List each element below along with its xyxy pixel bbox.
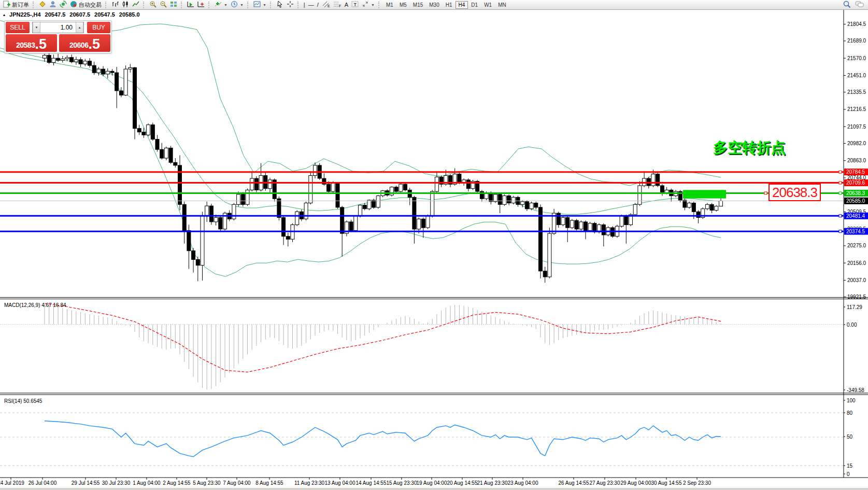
date-tick-label: 30 Jul 23:30 (102, 480, 131, 486)
macd-axis-label: -349.58 (847, 387, 864, 393)
axis-price-flag-text: 20784.5 (846, 169, 865, 175)
candle-body (47, 55, 51, 63)
date-tick-label: 26 Jul 04:00 (29, 480, 57, 486)
green-rectangle-annotation[interactable] (683, 190, 726, 198)
chart-surface[interactable]: 117.290.00-349.58100805015021804.521689.… (0, 0, 868, 490)
price-tick-label: 21335.5 (847, 89, 866, 95)
candle-body (187, 231, 191, 251)
candle-body (74, 60, 78, 62)
candle-body (327, 184, 331, 191)
ohlc-close: 20585.0 (119, 11, 140, 18)
candle-body (205, 206, 209, 216)
candle-body (52, 58, 55, 62)
price-tick-label: 21216.5 (847, 106, 866, 112)
candle-body (372, 200, 376, 207)
line-endpoint-marker[interactable] (839, 181, 842, 184)
buy-price-box[interactable]: 20606 .5 (59, 34, 110, 52)
sell-button[interactable]: SELL (6, 22, 30, 33)
candle-body (129, 67, 132, 69)
candle-body (421, 219, 425, 228)
line-endpoint-marker[interactable] (839, 171, 842, 173)
price-callout-box[interactable]: 20638.3 (769, 184, 821, 201)
candle-body (489, 193, 493, 202)
date-tick-label: 7 Aug 04:00 (223, 480, 251, 486)
candle-body (331, 183, 335, 191)
callout-anchor[interactable] (764, 192, 767, 194)
candle-body (336, 183, 339, 207)
candle-body (417, 219, 421, 229)
candle-body (624, 216, 628, 225)
candle-body (367, 200, 371, 209)
rsi-axis-label: 15 (847, 463, 853, 469)
line-endpoint-marker[interactable] (839, 215, 842, 217)
candle-body (160, 149, 164, 158)
volume-stepper: ▼ ▲ (32, 22, 84, 33)
price-tick-label: 21097.5 (847, 124, 866, 130)
candle-body (521, 202, 524, 205)
chart-text-annotation[interactable]: 多空转折点 (713, 138, 786, 158)
candle-body (147, 125, 150, 135)
candle-body (359, 205, 362, 216)
candle-body (534, 203, 538, 207)
candle-body (404, 184, 407, 190)
line-endpoint-marker[interactable] (839, 192, 842, 194)
price-tick-label: 21570.0 (847, 55, 866, 61)
candle-body (412, 197, 416, 229)
macd-axis-label: 0.00 (847, 322, 857, 328)
candle-body (115, 73, 119, 91)
price-tick-label: 20275.0 (847, 243, 866, 248)
price-tick-label: 20037.0 (847, 277, 866, 283)
candle-body (65, 58, 69, 59)
candle-body (349, 222, 353, 231)
candle-body (570, 220, 574, 228)
date-tick-label: 8 Aug 14:55 (255, 480, 283, 486)
price-tick-label: 20982.0 (847, 141, 866, 146)
candle-body (314, 165, 317, 176)
candle-body (192, 251, 195, 260)
rsi-axis-label: 100 (847, 398, 856, 403)
date-tick-label: 20 Aug 14:55 (447, 480, 478, 486)
candle-body (246, 190, 249, 204)
candle-body (458, 174, 461, 183)
line-endpoint-marker[interactable] (839, 230, 842, 233)
candle-body (142, 132, 146, 135)
candle-body (683, 200, 687, 207)
candle-body (169, 148, 173, 162)
candle-body (466, 180, 470, 189)
date-tick-label: 19 Aug 04:00 (417, 480, 447, 486)
price-tick-label: 21804.5 (847, 21, 866, 27)
candle-body (696, 212, 700, 217)
volume-input[interactable] (40, 22, 76, 33)
axis-price-flag-text: 20638.3 (846, 190, 865, 196)
candle-body (431, 191, 434, 216)
date-tick-label: 29 Jul 14:55 (72, 480, 100, 486)
candle-body (539, 207, 543, 271)
candle-body (97, 69, 101, 73)
collapse-icon[interactable]: ▴ (3, 12, 5, 17)
one-click-trading-panel: SELL ▼ ▲ BUY 20583 .5 20606 .5 (4, 20, 112, 53)
candle-body (56, 58, 60, 60)
axis-price-flag-text: 20374.5 (846, 229, 865, 234)
volume-down-button[interactable]: ▼ (33, 22, 40, 33)
sell-price-box[interactable]: 20583 .5 (6, 34, 57, 52)
date-tick-label: 2 Sep 23:30 (683, 480, 711, 486)
rsi-axis-label: 80 (847, 410, 853, 416)
volume-up-button[interactable]: ▲ (76, 22, 83, 33)
candle-body (354, 216, 358, 231)
candle-body (209, 206, 213, 222)
window-bottom-strip (0, 488, 868, 490)
rsi-axis-label: 0 (847, 471, 850, 477)
ohlc-low: 20547.5 (94, 11, 115, 18)
candle-body (340, 207, 344, 233)
buy-button[interactable]: BUY (87, 22, 110, 33)
candle-body (92, 65, 96, 73)
candle-body (254, 178, 258, 190)
candle-body (399, 184, 403, 191)
candle-body (705, 204, 709, 208)
mt4-window: 新订单 自动交易 (0, 0, 868, 490)
candle-body (503, 196, 506, 205)
candle-body (688, 203, 691, 207)
buy-price-pips: .5 (88, 38, 100, 51)
candle-body (435, 177, 438, 191)
bollinger-lower (0, 51, 721, 276)
